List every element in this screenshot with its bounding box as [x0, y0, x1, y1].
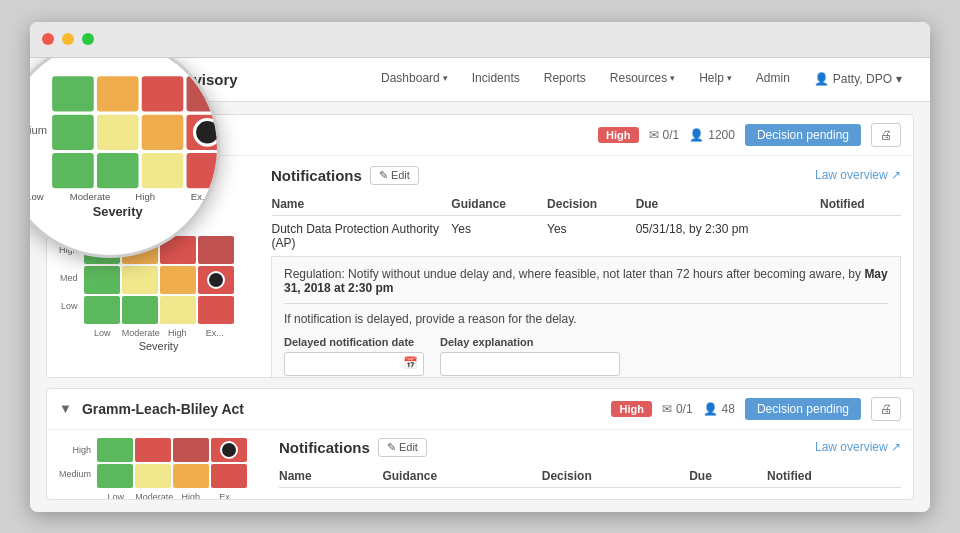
cell-2-5 [135, 464, 171, 488]
people-group-2: 👤 48 [703, 402, 735, 416]
expanded-row-1: Regulation: Notify without undue delay a… [272, 256, 901, 378]
print-button-2[interactable]: 🖨 [871, 397, 901, 421]
heatmap-y-med-2: Medium [59, 462, 91, 486]
heatmap-y-low-1: Low [59, 292, 78, 320]
mag-heatmap-grid [52, 76, 220, 188]
notifications-panel-2: Notifications Edit Law overview Name Gui… [279, 438, 901, 500]
resources-caret: ▾ [670, 73, 675, 83]
cell-2-3 [211, 438, 247, 462]
col-guidance-2: Guidance [382, 465, 541, 488]
notifications-header-1: Notifications Edit Law overview [271, 166, 901, 185]
row-name-1: Dutch Data Protection Authority (AP) [272, 215, 452, 256]
people-icon-2: 👤 [703, 402, 718, 416]
mag-y-low: Low [30, 147, 47, 182]
col-guidance-1: Guidance [451, 193, 547, 216]
col-decision-1: Decision [547, 193, 636, 216]
x-high-2: High [173, 492, 209, 500]
edit-button-1[interactable]: Edit [370, 166, 419, 185]
incident-badge-1: High [598, 127, 638, 143]
cell-1-6 [160, 266, 196, 294]
heatmap-y-high-2: High [59, 438, 91, 462]
cell-2-6 [173, 464, 209, 488]
incident-title-2: Gramm-Leach-Bliley Act [82, 401, 602, 417]
mag-cell-11 [186, 153, 220, 188]
mail-count-1: 0/1 [663, 128, 680, 142]
x-mod-2: Moderate [135, 492, 171, 500]
heatmap-2: High Medium [59, 438, 247, 500]
col-notified-1: Notified [820, 193, 901, 216]
nav-resources[interactable]: Resources ▾ [598, 58, 687, 102]
cell-1-10 [160, 296, 196, 324]
browser-window: Sensitivity High Medium Low [30, 22, 930, 512]
col-due-2: Due [689, 465, 767, 488]
decision-button-2[interactable]: Decision pending [745, 398, 861, 420]
mag-cell-9 [96, 153, 138, 188]
mag-x-low: Low [30, 192, 55, 202]
col-name-2: Name [279, 465, 382, 488]
notifications-panel-1: Notifications Edit Law overview Name Gui… [271, 166, 901, 378]
nav-admin[interactable]: Admin [744, 58, 802, 102]
cell-1-3 [198, 236, 234, 264]
heatmap-grid-2 [97, 438, 247, 488]
col-notified-2: Notified [767, 465, 901, 488]
maximize-dot[interactable] [82, 33, 94, 45]
mag-y-medium: Medium [30, 112, 47, 147]
x-high-1: High [159, 328, 195, 338]
notifications-title-1: Notifications Edit [271, 166, 419, 185]
people-count-1: 1200 [708, 128, 735, 142]
print-button-1[interactable]: 🖨 [871, 123, 901, 147]
mag-y-high: High [30, 76, 47, 111]
heatmap-y-med-1: Med [59, 264, 78, 292]
divider-1 [284, 303, 888, 304]
user-caret: ▾ [896, 72, 902, 86]
x-low-2: Low [98, 492, 134, 500]
people-group-1: 👤 1200 [689, 128, 735, 142]
mail-count-2: 0/1 [676, 402, 693, 416]
mag-cell-5 [96, 115, 138, 150]
mag-x-ex: Ex... [179, 192, 220, 202]
notifications-section-2: High Medium [47, 430, 913, 500]
notifications-header-2: Notifications Edit Law overview [279, 438, 901, 457]
mail-group-2: 0/1 [662, 402, 693, 416]
x-ex-2: Ex... [210, 492, 246, 500]
edit-button-2[interactable]: Edit [378, 438, 427, 457]
delay-date-label: Delayed notification date [284, 336, 424, 348]
law-overview-1[interactable]: Law overview [815, 168, 901, 182]
mag-x-moderate: Moderate [69, 192, 111, 202]
row-due-1: 05/31/18, by 2:30 pm [636, 215, 820, 256]
minimize-dot[interactable] [62, 33, 74, 45]
people-count-2: 48 [722, 402, 735, 416]
law-overview-2[interactable]: Law overview [815, 440, 901, 454]
mag-cell-10 [141, 153, 183, 188]
nav-incidents[interactable]: Incidents [460, 58, 532, 102]
mag-cell-3 [186, 76, 220, 111]
heatmap-x-labels-1: Low Moderate High Ex... [84, 328, 234, 338]
nav-user[interactable]: 👤 Patty, DPO ▾ [802, 72, 914, 86]
expand-icon-2[interactable]: ▼ [59, 401, 72, 416]
nav-dashboard[interactable]: Dashboard ▾ [369, 58, 460, 102]
mag-cell-1 [96, 76, 138, 111]
decision-button-1[interactable]: Decision pending [745, 124, 861, 146]
close-dot[interactable] [42, 33, 54, 45]
mag-cell-4 [52, 115, 94, 150]
mail-icon-1 [649, 128, 659, 142]
delay-date-field: Delayed notification date 📅 [284, 336, 424, 376]
people-icon-1: 👤 [689, 128, 704, 142]
x-mod-1: Moderate [122, 328, 158, 338]
mail-icon-2 [662, 402, 672, 416]
help-caret: ▾ [727, 73, 732, 83]
browser-chrome [30, 22, 930, 58]
cell-2-0 [97, 438, 133, 462]
x-low-1: Low [84, 328, 120, 338]
cell-1-7 [198, 266, 234, 294]
cell-2-4 [97, 464, 133, 488]
nav-help[interactable]: Help ▾ [687, 58, 744, 102]
heatmap-x-labels-2: Low Moderate High Ex... [97, 492, 247, 500]
incident-card-2: ▼ Gramm-Leach-Bliley Act High 0/1 👤 48 D… [46, 388, 914, 500]
dashboard-caret: ▾ [443, 73, 448, 83]
nav-reports[interactable]: Reports [532, 58, 598, 102]
regulation-text-1: Regulation: Notify without undue delay a… [284, 267, 888, 295]
delay-explanation-input[interactable] [440, 352, 620, 376]
severity-label-1: Severity [84, 340, 234, 352]
notifications-title-2: Notifications Edit [279, 438, 427, 457]
